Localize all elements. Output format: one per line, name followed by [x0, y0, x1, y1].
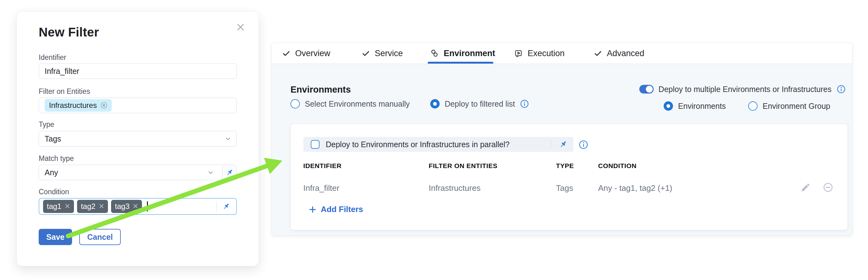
- entity-chip-label: Infrastructures: [49, 101, 97, 110]
- condition-tag-label: tag1: [47, 202, 61, 211]
- cancel-button[interactable]: Cancel: [79, 229, 121, 245]
- edit-filter-button[interactable]: [800, 182, 811, 193]
- entity-chip: Infrastructures: [44, 99, 112, 112]
- divider: [217, 201, 217, 212]
- pin-toggle-button[interactable]: [220, 202, 232, 211]
- identifier-input[interactable]: [39, 63, 237, 79]
- tab-label: Overview: [295, 49, 331, 58]
- condition-tag: tag3 ✕: [111, 200, 142, 213]
- info-icon[interactable]: [520, 99, 529, 108]
- deploy-multiple-toggle[interactable]: [639, 85, 654, 94]
- info-icon[interactable]: [836, 84, 846, 94]
- type-label: Type: [39, 120, 54, 129]
- close-button[interactable]: [234, 20, 247, 34]
- environment-hexagons-icon: [430, 49, 439, 58]
- environment-target-options: Environments Environment Group: [664, 101, 830, 111]
- col-filter-on-entities: FILTER ON ENTITIES: [429, 162, 497, 170]
- pin-icon: [558, 140, 568, 149]
- tab-advanced[interactable]: Advanced: [594, 43, 644, 64]
- check-icon: [362, 49, 370, 58]
- toggle-label: Deploy to multiple Environments or Infra…: [659, 85, 832, 94]
- radio-label: Deploy to filtered list: [444, 100, 515, 108]
- parallel-deploy-bar: Deploy to Environments or Infrastructure…: [303, 137, 574, 152]
- col-identifier: IDENTIFIER: [303, 162, 342, 170]
- stage-tabbar: Overview Service Environment: [272, 43, 852, 64]
- type-select[interactable]: Tags: [39, 131, 237, 146]
- multi-env-toggle-row: Deploy to multiple Environments or Infra…: [639, 84, 846, 94]
- match-type-label: Match type: [39, 154, 74, 163]
- col-condition: CONDITION: [598, 162, 637, 170]
- condition-tag: tag1 ✕: [43, 200, 74, 213]
- divider: [551, 140, 551, 149]
- tab-label: Environment: [444, 49, 495, 58]
- condition-tag: tag2 ✕: [77, 200, 108, 213]
- type-select-value: Tags: [44, 134, 221, 143]
- tab-execution[interactable]: Execution: [514, 43, 565, 64]
- tab-service[interactable]: Service: [362, 43, 403, 64]
- save-button[interactable]: Save: [39, 229, 72, 245]
- col-type: TYPE: [556, 162, 574, 170]
- parallel-checkbox[interactable]: [311, 140, 319, 149]
- tab-environment[interactable]: Environment: [430, 43, 495, 64]
- filter-on-entities-label: Filter on Entities: [39, 87, 90, 96]
- radio-label: Environments: [678, 102, 726, 111]
- pipeline-stage-panel: Overview Service Environment: [272, 43, 852, 236]
- tab-label: Execution: [528, 49, 565, 58]
- info-icon[interactable]: [579, 140, 588, 150]
- chevron-down-icon: [224, 135, 232, 143]
- cell-type: Tags: [556, 183, 573, 193]
- pin-toggle-button[interactable]: [222, 165, 237, 180]
- identifier-label: Identifier: [39, 53, 66, 62]
- new-filter-modal: New Filter Identifier Filter on Entities…: [17, 11, 259, 266]
- filters-card: Deploy to Environments or Infrastructure…: [290, 124, 848, 230]
- cell-condition: Any - tag1, tag2 (+1): [598, 183, 672, 193]
- environment-mode-options: Select Environments manually Deploy to f…: [290, 99, 529, 108]
- condition-label: Condition: [39, 188, 69, 196]
- environments-heading: Environments: [290, 84, 351, 95]
- minus-circle-icon: [823, 182, 833, 193]
- chip-remove-icon[interactable]: [100, 101, 108, 109]
- tag-remove-icon[interactable]: ✕: [65, 203, 70, 210]
- radio-label: Select Environments manually: [305, 100, 410, 108]
- environment-tab-content: Environments Select Environments manuall…: [272, 64, 852, 236]
- screen: New Filter Identifier Filter on Entities…: [0, 0, 868, 280]
- radio-environment-group[interactable]: [748, 101, 757, 111]
- execution-play-icon: [514, 49, 523, 58]
- modal-title: New Filter: [39, 25, 99, 39]
- tab-label: Advanced: [607, 49, 644, 58]
- cell-entities: Infrastructures: [429, 183, 480, 193]
- radio-select-manually[interactable]: [290, 99, 300, 108]
- pin-icon: [225, 168, 234, 177]
- pin-toggle-button[interactable]: [557, 140, 569, 149]
- pin-icon: [222, 202, 230, 211]
- check-icon: [282, 49, 290, 58]
- tab-label: Service: [375, 49, 403, 58]
- radio-deploy-filtered-list[interactable]: [430, 99, 440, 108]
- tag-remove-icon[interactable]: ✕: [99, 203, 104, 210]
- check-icon: [594, 49, 602, 58]
- pencil-icon: [800, 182, 811, 193]
- parallel-checkbox-label: Deploy to Environments or Infrastructure…: [326, 140, 509, 149]
- tab-overview[interactable]: Overview: [282, 43, 331, 64]
- add-filters-button[interactable]: Add Filters: [308, 205, 363, 214]
- condition-tag-label: tag3: [115, 202, 129, 211]
- chevron-down-icon: [207, 168, 215, 176]
- plus-icon: [308, 205, 317, 214]
- radio-environments[interactable]: [664, 101, 673, 111]
- close-icon: [235, 22, 246, 33]
- cell-identifier: Infra_filter: [303, 183, 339, 193]
- tag-remove-icon[interactable]: ✕: [133, 203, 138, 210]
- active-tab-indicator: [428, 62, 493, 64]
- filter-on-entities-input[interactable]: Infrastructures: [39, 98, 237, 113]
- add-filters-label: Add Filters: [321, 205, 363, 214]
- remove-filter-button[interactable]: [823, 182, 833, 193]
- text-cursor: [147, 202, 148, 211]
- match-type-select[interactable]: Any: [39, 165, 237, 180]
- condition-tag-label: tag2: [81, 202, 95, 211]
- condition-tags-input[interactable]: tag1 ✕ tag2 ✕ tag3 ✕: [39, 198, 237, 215]
- match-type-select-value: Any: [44, 168, 204, 177]
- radio-label: Environment Group: [763, 102, 830, 111]
